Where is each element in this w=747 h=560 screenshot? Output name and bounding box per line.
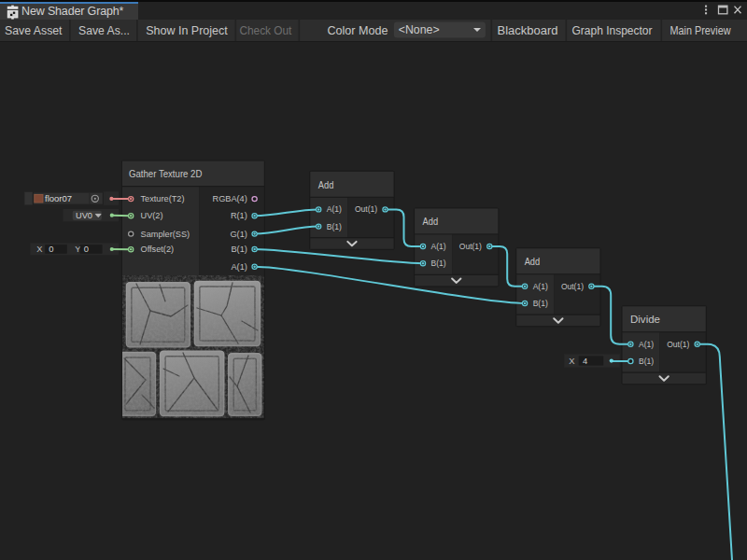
svg-text:RGBA(4): RGBA(4) <box>213 194 247 203</box>
svg-text:X: X <box>36 244 43 254</box>
svg-text:Add: Add <box>525 256 541 267</box>
svg-text:0: 0 <box>84 244 89 254</box>
svg-text:Divide: Divide <box>630 314 660 325</box>
svg-text:A(1): A(1) <box>639 340 654 349</box>
svg-text:A(1): A(1) <box>327 204 342 214</box>
svg-text:<None>: <None> <box>399 23 440 36</box>
svg-text:Out(1): Out(1) <box>667 340 689 349</box>
svg-text:Add: Add <box>318 179 334 190</box>
svg-text:B(1): B(1) <box>327 222 342 231</box>
svg-text:Sampler(SS): Sampler(SS) <box>141 230 190 239</box>
svg-text:Texture(T2): Texture(T2) <box>141 194 185 203</box>
svg-text:Show In Project: Show In Project <box>146 24 228 37</box>
svg-text:Offset(2): Offset(2) <box>141 245 175 254</box>
svg-text:B(1): B(1) <box>431 259 446 268</box>
svg-text:UV0: UV0 <box>76 210 92 220</box>
svg-text:Out(1): Out(1) <box>355 204 377 214</box>
svg-text:Main Preview: Main Preview <box>670 24 731 37</box>
svg-text:R(1): R(1) <box>231 211 247 220</box>
svg-text:B(1): B(1) <box>639 357 654 366</box>
svg-text:B(1): B(1) <box>533 299 548 308</box>
svg-text:A(1): A(1) <box>431 242 446 251</box>
svg-text:0: 0 <box>49 244 53 254</box>
svg-text:Add: Add <box>423 216 439 227</box>
svg-text:Check Out: Check Out <box>239 24 292 37</box>
svg-text:Color Mode: Color Mode <box>327 24 388 37</box>
svg-text:X: X <box>569 356 575 366</box>
svg-text:floor07: floor07 <box>45 193 72 203</box>
svg-text:B(1): B(1) <box>231 245 247 254</box>
svg-text:A(1): A(1) <box>231 262 247 272</box>
svg-text:UV(2): UV(2) <box>141 211 163 220</box>
svg-text:Out(1): Out(1) <box>459 242 482 251</box>
svg-text:Save As...: Save As... <box>78 24 130 37</box>
svg-text:Save Asset: Save Asset <box>5 24 63 37</box>
svg-text:G(1): G(1) <box>230 230 247 239</box>
svg-text:4: 4 <box>583 356 587 366</box>
svg-text:Out(1): Out(1) <box>561 282 584 291</box>
svg-text:Gather Texture 2D: Gather Texture 2D <box>129 168 203 179</box>
svg-text:Graph Inspector: Graph Inspector <box>572 24 653 37</box>
svg-text:A(1): A(1) <box>533 282 548 291</box>
svg-text:Blackboard: Blackboard <box>498 24 558 37</box>
